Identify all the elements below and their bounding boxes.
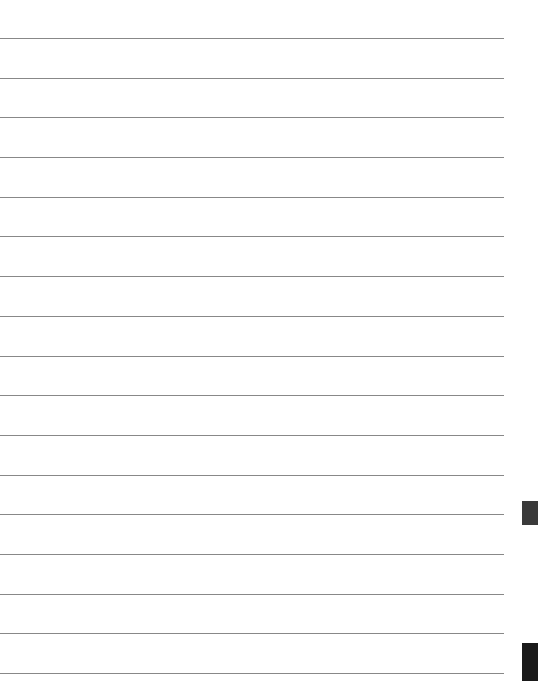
line-row — [0, 476, 504, 516]
lined-area — [0, 0, 504, 681]
line-row — [0, 237, 504, 277]
line-row — [0, 277, 504, 317]
line-row — [0, 436, 504, 476]
edge-marker-top — [522, 501, 538, 525]
line-row — [0, 39, 504, 79]
line-row — [0, 357, 504, 397]
line-row — [0, 317, 504, 357]
edge-marker-bottom — [522, 643, 538, 681]
line-row — [0, 0, 504, 39]
line-row — [0, 158, 504, 198]
line-row — [0, 79, 504, 119]
line-row — [0, 595, 504, 635]
line-row — [0, 555, 504, 595]
line-row — [0, 396, 504, 436]
line-row — [0, 515, 504, 555]
line-row — [0, 634, 504, 674]
line-row — [0, 198, 504, 238]
line-row — [0, 118, 504, 158]
